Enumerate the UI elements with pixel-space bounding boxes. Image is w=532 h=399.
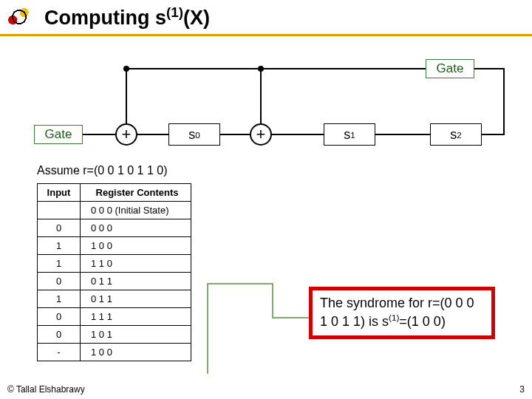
wire-fb-to-adder1	[126, 68, 127, 124]
cell-register: 1 0 0	[81, 237, 191, 255]
cell-register: 1 0 1	[81, 326, 191, 344]
table-row: 01 0 1	[38, 326, 191, 344]
adder-1: +	[115, 123, 137, 146]
lfsr-circuit: Gate Gate + s0 + s1 s2	[0, 44, 532, 163]
cell-register: 1 0 0	[81, 344, 191, 361]
node-tap-1	[123, 66, 129, 72]
callout-line-v1	[207, 283, 208, 374]
footer-page-number: 3	[519, 384, 525, 395]
title-rule	[0, 34, 532, 36]
register-s2: s2	[430, 123, 482, 146]
table-row: 0 0 0 (Initial State)	[38, 202, 191, 219]
register-s0: s0	[168, 123, 220, 146]
callout-line-v2	[272, 283, 273, 318]
adder-2: +	[250, 123, 272, 146]
cell-input	[38, 202, 81, 219]
cell-input: 1	[38, 290, 81, 308]
footer-copyright: © Tallal Elshabrawy	[7, 384, 85, 395]
cell-register: 0 0 0	[81, 219, 191, 237]
cell-input: -	[38, 344, 81, 361]
logo-icon	[3, 2, 35, 32]
wire-feedback-top	[126, 68, 426, 69]
cell-input: 0	[38, 219, 81, 237]
th-reg: Register Contents	[81, 184, 191, 202]
table-row: 00 1 1	[38, 273, 191, 290]
input-gate-box: Gate	[34, 125, 83, 144]
cell-register: 0 0 0 (Initial State)	[81, 202, 191, 219]
wire-feedback-right	[503, 68, 505, 135]
state-table: Input Register Contents 0 0 0 (Initial S…	[37, 183, 191, 361]
wire-feedback-right-h	[474, 68, 505, 69]
cell-input: 1	[38, 237, 81, 255]
table-row: 10 1 1	[38, 290, 191, 308]
feedback-gate-box: Gate	[426, 59, 474, 78]
cell-register: 1 1 0	[81, 255, 191, 273]
table-row: 01 1 1	[38, 308, 191, 326]
table-row: 11 0 0	[38, 237, 191, 255]
cell-register: 0 1 1	[81, 290, 191, 308]
syndrome-result-box: The syndrome for r=(0 0 0 1 0 1 1) is s(…	[309, 287, 495, 339]
cell-register: 0 1 1	[81, 273, 191, 290]
table-row: 11 1 0	[38, 255, 191, 273]
cell-input: 1	[38, 255, 81, 273]
node-tap-2	[258, 66, 264, 72]
table-row: -1 0 0	[38, 344, 191, 361]
cell-register: 1 1 1	[81, 308, 191, 326]
table-header-row: Input Register Contents	[38, 184, 191, 202]
slide-header: Computing s(1)(X)	[0, 0, 532, 34]
cell-input: 0	[38, 308, 81, 326]
register-s1: s1	[324, 123, 375, 146]
slide-footer: © Tallal Elshabrawy 3	[7, 384, 525, 395]
wire-fb-to-adder2	[260, 68, 262, 124]
table-body: 0 0 0 (Initial State)00 0 011 0 011 1 00…	[38, 202, 191, 361]
table-row: 00 0 0	[38, 219, 191, 237]
slide-title: Computing s(1)(X)	[44, 4, 210, 30]
cell-input: 0	[38, 326, 81, 344]
assume-text: Assume r=(0 0 1 0 1 1 0)	[37, 164, 168, 177]
th-input: Input	[38, 184, 81, 202]
cell-input: 0	[38, 273, 81, 290]
callout-line-h2	[272, 317, 309, 318]
callout-line-h1	[207, 283, 273, 284]
